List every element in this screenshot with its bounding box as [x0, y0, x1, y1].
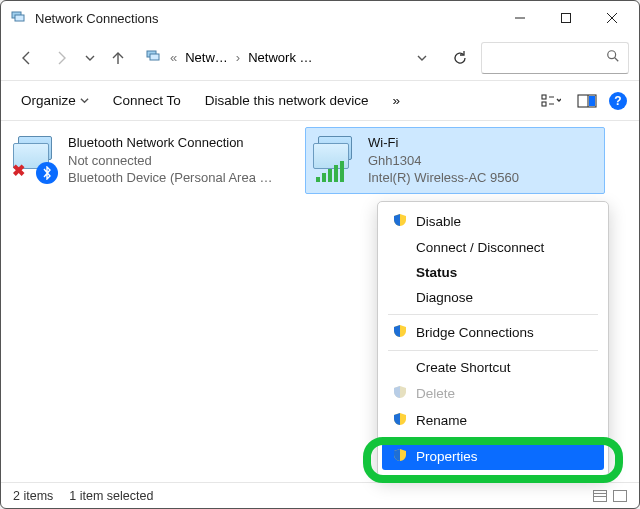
breadcrumb-seg-1[interactable]: Netw… — [185, 50, 228, 65]
connection-device: Intel(R) Wireless-AC 9560 — [368, 169, 519, 187]
signal-bars-icon — [316, 161, 344, 182]
history-dropdown-button[interactable] — [83, 43, 97, 73]
bluetooth-icon — [36, 162, 58, 184]
context-menu: Disable Connect / Disconnect Status Diag… — [377, 201, 609, 477]
command-bar: Organize Connect To Disable this network… — [1, 81, 639, 121]
menu-item-disable[interactable]: Disable — [382, 208, 604, 235]
close-button[interactable] — [589, 3, 635, 33]
disable-device-button[interactable]: Disable this network device — [197, 89, 377, 112]
menu-item-properties[interactable]: Properties — [382, 443, 604, 470]
breadcrumb-seg-2[interactable]: Network … — [248, 50, 312, 65]
breadcrumb-sep-icon: › — [236, 50, 240, 65]
svg-point-8 — [608, 50, 616, 58]
forward-button[interactable] — [47, 43, 77, 73]
titlebar: Network Connections — [1, 1, 639, 35]
connection-item-bluetooth[interactable]: ✖ Bluetooth Network Connection Not conne… — [5, 127, 305, 194]
selection-count: 1 item selected — [69, 489, 153, 503]
item-count: 2 items — [13, 489, 53, 503]
large-icons-view-button[interactable] — [613, 490, 627, 502]
connection-name: Bluetooth Network Connection — [68, 134, 273, 152]
connect-to-button[interactable]: Connect To — [105, 89, 189, 112]
back-button[interactable] — [11, 43, 41, 73]
navigation-bar: « Netw… › Network … — [1, 35, 639, 81]
menu-item-rename[interactable]: Rename — [382, 407, 604, 434]
view-options-button[interactable] — [537, 91, 565, 111]
overflow-button[interactable]: » — [384, 89, 408, 112]
wifi-connection-icon — [314, 134, 360, 180]
status-bar: 2 items 1 item selected — [1, 482, 639, 508]
svg-rect-1 — [15, 15, 24, 21]
connection-status: Ghh1304 — [368, 152, 519, 170]
help-button[interactable]: ? — [609, 92, 627, 110]
svg-rect-11 — [542, 102, 546, 106]
connection-name: Wi-Fi — [368, 134, 519, 152]
shield-icon — [393, 448, 407, 465]
bluetooth-connection-icon: ✖ — [14, 134, 60, 180]
connection-item-wifi[interactable]: Wi-Fi Ghh1304 Intel(R) Wireless-AC 9560 — [305, 127, 605, 194]
address-bar[interactable]: « Netw… › Network … — [139, 42, 439, 74]
shield-icon — [393, 412, 407, 429]
connection-status: Not connected — [68, 152, 273, 170]
shield-icon — [393, 213, 407, 230]
details-view-button[interactable] — [593, 490, 607, 502]
menu-item-create-shortcut[interactable]: Create Shortcut — [382, 355, 604, 380]
disconnected-x-icon: ✖ — [12, 161, 25, 180]
preview-pane-button[interactable] — [573, 92, 601, 110]
svg-rect-7 — [150, 54, 159, 60]
menu-item-diagnose[interactable]: Diagnose — [382, 285, 604, 310]
window-title: Network Connections — [35, 11, 497, 26]
menu-separator — [388, 314, 598, 315]
svg-rect-10 — [542, 95, 546, 99]
shield-icon — [393, 385, 407, 402]
svg-rect-16 — [589, 96, 595, 106]
svg-line-9 — [615, 57, 619, 61]
network-icon-small — [146, 48, 162, 67]
refresh-button[interactable] — [445, 50, 475, 66]
search-icon — [606, 49, 620, 67]
menu-separator — [388, 350, 598, 351]
svg-rect-3 — [562, 14, 571, 23]
address-dropdown-button[interactable] — [412, 53, 432, 63]
breadcrumb-prefix: « — [170, 50, 177, 65]
network-connections-icon — [11, 9, 27, 28]
menu-item-delete: Delete — [382, 380, 604, 407]
chevron-down-icon — [80, 93, 89, 108]
network-connections-window: Network Connections « Netw… › Network … — [0, 0, 640, 509]
menu-item-connect-disconnect[interactable]: Connect / Disconnect — [382, 235, 604, 260]
menu-item-status[interactable]: Status — [382, 260, 604, 285]
minimize-button[interactable] — [497, 3, 543, 33]
shield-icon — [393, 324, 407, 341]
maximize-button[interactable] — [543, 3, 589, 33]
menu-separator — [388, 438, 598, 439]
search-input[interactable] — [481, 42, 629, 74]
connection-device: Bluetooth Device (Personal Area … — [68, 169, 273, 187]
organize-button[interactable]: Organize — [13, 89, 97, 112]
window-controls — [497, 3, 635, 33]
up-button[interactable] — [103, 43, 133, 73]
menu-item-bridge[interactable]: Bridge Connections — [382, 319, 604, 346]
